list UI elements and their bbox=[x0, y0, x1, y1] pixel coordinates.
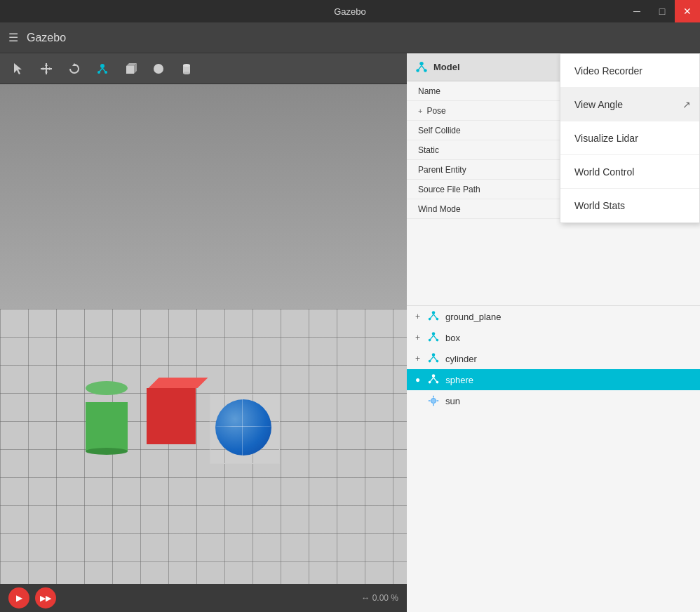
minimize-button[interactable]: ─ bbox=[624, 0, 649, 22]
dropdown-item-world-stats[interactable]: World Stats bbox=[560, 189, 699, 222]
dropdown-label-world-stats: World Stats bbox=[574, 200, 625, 211]
zoom-value: 0.00 % bbox=[372, 593, 398, 603]
node-icon-sphere bbox=[427, 373, 440, 386]
inspector-title: Model bbox=[433, 62, 460, 72]
hamburger-menu-button[interactable]: ☰ bbox=[8, 31, 18, 44]
svg-point-43 bbox=[429, 381, 431, 384]
dropdown-label-world-control: World Control bbox=[574, 166, 634, 178]
svg-point-23 bbox=[416, 69, 419, 72]
cylinder-top bbox=[86, 381, 128, 395]
svg-point-8 bbox=[100, 64, 105, 68]
pose-expand-icon: + bbox=[418, 107, 422, 115]
svg-rect-13 bbox=[126, 66, 134, 74]
translate-tool-button[interactable] bbox=[34, 58, 59, 80]
expand-icon-sphere: ● bbox=[415, 375, 420, 385]
app-title: Gazebo bbox=[27, 32, 66, 44]
svg-point-25 bbox=[432, 311, 436, 314]
svg-point-19 bbox=[183, 72, 190, 74]
source-file-label: Source File Path bbox=[418, 185, 480, 194]
dropdown-item-world-control[interactable]: World Control bbox=[560, 155, 699, 189]
scene-label-box: box bbox=[445, 333, 460, 343]
cylinder-tool-button[interactable] bbox=[174, 58, 199, 80]
svg-point-39 bbox=[436, 360, 439, 363]
svg-point-18 bbox=[183, 64, 190, 67]
svg-point-44 bbox=[436, 381, 439, 384]
svg-point-40 bbox=[432, 374, 436, 378]
model-icon bbox=[415, 61, 428, 74]
dropdown-label-video-recorder: Video Recorder bbox=[574, 65, 642, 76]
svg-point-38 bbox=[429, 360, 431, 363]
svg-point-16 bbox=[154, 64, 163, 74]
scene-item-cylinder[interactable]: + cylinder bbox=[407, 348, 700, 369]
scene-label-cylinder: cylinder bbox=[445, 354, 477, 364]
play-button[interactable]: ▶ bbox=[8, 587, 29, 608]
dropdown-label-view-angle: View Angle bbox=[574, 99, 623, 110]
cylinder-object[interactable] bbox=[86, 381, 128, 444]
dropdown-item-visualize-lidar[interactable]: Visualize Lidar bbox=[560, 121, 699, 155]
node-icon-cylinder bbox=[427, 352, 440, 365]
wind-mode-label: Wind Mode bbox=[418, 204, 461, 214]
self-collide-label: Self Collide bbox=[418, 126, 461, 135]
dropdown-item-video-recorder[interactable]: Video Recorder bbox=[560, 54, 699, 88]
scene-panel: + ground_plane + bbox=[407, 306, 700, 612]
parent-entity-label: Parent Entity bbox=[418, 165, 466, 175]
app-header: ☰ Gazebo bbox=[0, 22, 700, 53]
zoom-arrow-icon: ↔ bbox=[361, 593, 370, 603]
model-tool-button[interactable] bbox=[90, 58, 115, 80]
cylinder-body bbox=[86, 402, 128, 451]
cube-front-face bbox=[147, 388, 196, 444]
viewport-3d[interactable] bbox=[0, 84, 407, 584]
svg-point-45 bbox=[431, 398, 436, 403]
close-button[interactable]: ✕ bbox=[675, 0, 700, 22]
grid-overlay bbox=[0, 309, 407, 584]
cube-top-face bbox=[148, 378, 208, 388]
sphere-object[interactable] bbox=[215, 399, 275, 459]
scene-label-sun: sun bbox=[445, 396, 460, 406]
node-icon-sun bbox=[427, 394, 440, 407]
sphere-mesh bbox=[215, 399, 271, 455]
static-label: Static bbox=[418, 145, 439, 155]
svg-point-29 bbox=[436, 318, 439, 321]
svg-point-12 bbox=[105, 71, 107, 74]
svg-marker-5 bbox=[41, 67, 43, 70]
node-icon-box bbox=[427, 331, 440, 344]
svg-marker-0 bbox=[14, 63, 22, 74]
expand-icon-cylinder: + bbox=[415, 354, 420, 364]
scene-item-sun[interactable]: + sun bbox=[407, 390, 700, 411]
viewport-bottom-bar: ▶ ▶▶ ↔ 0.00 % bbox=[0, 584, 407, 612]
node-icon-ground_plane bbox=[427, 310, 440, 323]
fast-forward-button[interactable]: ▶▶ bbox=[35, 587, 56, 608]
svg-point-24 bbox=[424, 69, 427, 72]
dropdown-item-view-angle[interactable]: View Angle ↗ bbox=[560, 88, 699, 121]
box-tool-button[interactable] bbox=[118, 58, 143, 80]
maximize-button[interactable]: □ bbox=[649, 0, 675, 22]
scene-label-sphere: sphere bbox=[445, 375, 473, 385]
scene-item-box[interactable]: + box bbox=[407, 327, 700, 348]
svg-point-11 bbox=[97, 71, 100, 74]
cylinder-bottom bbox=[86, 448, 128, 455]
titlebar: Gazebo ─ □ ✕ bbox=[0, 0, 700, 22]
svg-point-30 bbox=[432, 332, 436, 335]
svg-marker-3 bbox=[45, 63, 48, 66]
svg-point-34 bbox=[436, 339, 439, 342]
svg-marker-4 bbox=[45, 72, 48, 74]
sphere-meridian-line bbox=[242, 399, 243, 455]
svg-point-35 bbox=[432, 353, 436, 357]
select-tool-button[interactable] bbox=[6, 58, 31, 80]
expand-icon-box: + bbox=[415, 333, 420, 342]
dropdown-label-visualize-lidar: Visualize Lidar bbox=[574, 133, 638, 144]
toolbar bbox=[0, 53, 407, 84]
right-panel: Model Name + Pose Self Collide Static bbox=[407, 53, 700, 612]
box-object[interactable] bbox=[147, 378, 196, 444]
svg-point-28 bbox=[429, 318, 431, 321]
playback-controls: ▶ ▶▶ bbox=[8, 587, 56, 608]
sphere-tool-button[interactable] bbox=[146, 58, 171, 80]
pose-label: Pose bbox=[426, 106, 445, 116]
content-area: ▶ ▶▶ ↔ 0.00 % bbox=[0, 53, 700, 612]
viewport-panel: ▶ ▶▶ ↔ 0.00 % bbox=[0, 53, 407, 612]
window-title: Gazebo bbox=[334, 6, 366, 17]
rotate-tool-button[interactable] bbox=[62, 58, 87, 80]
scene-item-ground_plane[interactable]: + ground_plane bbox=[407, 306, 700, 327]
scene-item-sphere[interactable]: ● sphere bbox=[407, 369, 700, 390]
expand-icon-ground_plane: + bbox=[415, 312, 420, 321]
